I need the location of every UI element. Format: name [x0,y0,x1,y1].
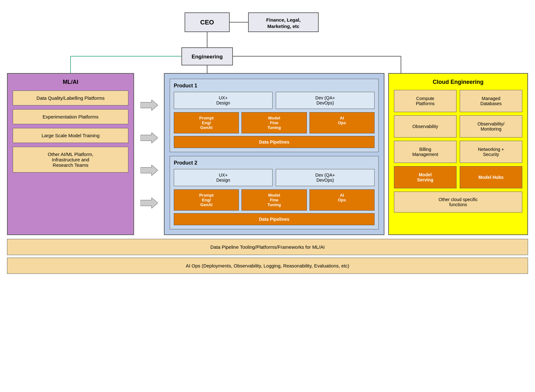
bottom-bar-2: AI Ops (Deployments, Observability, Logg… [7,258,528,274]
cloud-item-2: Observability [394,115,457,138]
mlai-item-3: Other AI/ML Platform, Infrastructure and… [13,147,128,172]
cloud-item-7: Model Hubs [460,166,522,188]
product1-orange1: Prompt Eng/ GenAI [174,112,239,133]
mlai-item-1: Experimentation Platforms [13,109,128,124]
cloud-grid: Compute Platforms Managed Databases Obse… [394,90,522,213]
cloud-box: Cloud Engineering Compute Platforms Mana… [388,73,528,235]
product2-dev: Dev (QA+ DevOps) [276,169,375,186]
product2-top-row: UX+ Design Dev (QA+ DevOps) [174,169,375,186]
products-box: Product 1 UX+ Design Dev (QA+ DevOps) Pr… [164,73,384,235]
cloud-item-1: Managed Databases [460,90,522,112]
product2-orange2: Model Fine Tuning [241,189,307,211]
svg-marker-17 [140,198,158,208]
svg-text:CEO: CEO [200,19,214,26]
arrow-1 [140,100,158,111]
cloud-title: Cloud Engineering [394,79,522,85]
product2-ux: UX+ Design [174,169,273,186]
svg-text:Marketing, etc: Marketing, etc [268,24,300,29]
cloud-item-8: Other cloud specific functions [394,192,522,213]
svg-marker-16 [140,165,158,176]
diagram-wrapper: CEO Finance, Legal, Marketing, etc Engin… [7,6,528,274]
product2-orange1: Prompt Eng/ GenAI [174,189,239,211]
cloud-item-3: Observability/ Monitoring [460,115,522,138]
product1-section: Product 1 UX+ Design Dev (QA+ DevOps) Pr… [170,79,379,152]
cloud-item-6: Model Serving [394,166,457,188]
bottom-section: Data Pipeline Tooling/Platforms/Framewor… [7,239,528,274]
svg-marker-15 [140,132,158,143]
product1-orange2: Model Fine Tuning [241,112,307,133]
arrow-3 [140,165,158,176]
product2-orange3: AI Ops [309,189,375,211]
top-connectors-svg: CEO Finance, Legal, Marketing, etc Engin… [7,6,528,73]
mlai-title: ML/AI [13,79,128,85]
cloud-item-0: Compute Platforms [394,90,457,112]
mlai-box: ML/AI Data Quality/Labelling Platforms E… [7,73,134,235]
product1-dev: Dev (QA+ DevOps) [276,92,375,109]
top-section: CEO Finance, Legal, Marketing, etc Engin… [7,6,528,73]
product2-section: Product 2 UX+ Design Dev (QA+ DevOps) Pr… [170,156,379,229]
product1-ux: UX+ Design [174,92,273,109]
svg-text:Engineering: Engineering [192,54,223,60]
cloud-item-5: Networking + Security [460,141,522,163]
mlai-item-0: Data Quality/Labelling Platforms [13,91,128,105]
product2-title: Product 2 [174,160,375,166]
arrows-area [138,73,160,235]
svg-marker-14 [140,100,158,111]
product1-top-row: UX+ Design Dev (QA+ DevOps) [174,92,375,109]
product1-orange3: AI Ops [309,112,375,133]
product1-pipeline: Data Pipelines [174,136,375,148]
main-section: ML/AI Data Quality/Labelling Platforms E… [7,73,528,235]
product2-pipeline: Data Pipelines [174,213,375,225]
product1-title: Product 1 [174,83,375,89]
arrow-4 [140,198,158,208]
product1-orange-row: Prompt Eng/ GenAI Model Fine Tuning AI O… [174,112,375,133]
svg-text:Finance, Legal,: Finance, Legal, [266,17,301,23]
arrow-2 [140,132,158,143]
bottom-bar-1: Data Pipeline Tooling/Platforms/Framewor… [7,239,528,255]
product2-orange-row: Prompt Eng/ GenAI Model Fine Tuning AI O… [174,189,375,211]
mlai-item-2: Large Scale Model Training [13,128,128,143]
cloud-item-4: Billing Management [394,141,457,163]
